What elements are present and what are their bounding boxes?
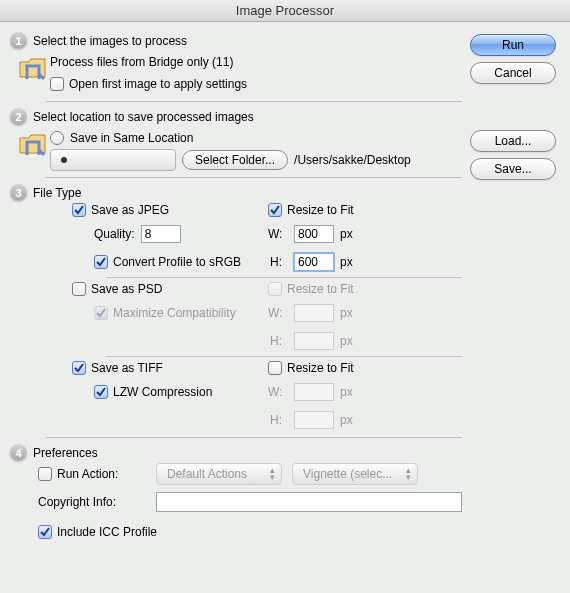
divider-1 — [46, 101, 462, 102]
copyright-label: Copyright Info: — [38, 495, 146, 509]
jpeg-w-input[interactable] — [294, 225, 334, 243]
include-icc-checkbox[interactable]: Include ICC Profile — [38, 525, 157, 539]
tiff-w-px: px — [340, 385, 353, 399]
run-button[interactable]: Run — [470, 34, 556, 56]
save-as-jpeg-label: Save as JPEG — [91, 203, 169, 217]
section-select-images: 1 Select the images to process Process f… — [10, 32, 462, 95]
psd-w-input — [294, 304, 334, 322]
psd-h-input — [294, 332, 334, 350]
divider-2 — [46, 177, 462, 178]
action-name-select: Vignette (selec... ▴▾ — [292, 463, 418, 485]
tiff-h-px: px — [340, 413, 353, 427]
maximize-compat-checkbox: Maximize Compatibility — [72, 306, 252, 320]
select-folder-button[interactable]: Select Folder... — [182, 150, 288, 170]
tiff-w-label: W: — [268, 385, 288, 399]
save-same-location-radio[interactable] — [50, 131, 64, 145]
save-folder-icon — [16, 127, 50, 161]
tiff-w-input — [294, 383, 334, 401]
bridge-files-line: Process files from Bridge only (11) — [50, 51, 462, 73]
jpeg-h-input[interactable] — [294, 253, 334, 271]
copyright-input[interactable] — [156, 492, 462, 512]
section-2-title: Select location to save processed images — [33, 110, 254, 124]
save-as-psd-label: Save as PSD — [91, 282, 162, 296]
psd-resize-label: Resize to Fit — [287, 282, 354, 296]
save-button[interactable]: Save... — [470, 158, 556, 180]
psd-h-label: H: — [268, 334, 288, 348]
lzw-compression-checkbox[interactable]: LZW Compression — [72, 385, 252, 399]
maximize-compat-label: Maximize Compatibility — [113, 306, 236, 320]
section-4-title: Preferences — [33, 446, 98, 460]
jpeg-quality-label: Quality: — [94, 227, 135, 241]
save-as-tiff-label: Save as TIFF — [91, 361, 163, 375]
load-button[interactable]: Load... — [470, 130, 556, 152]
section-3-title: File Type — [33, 186, 81, 200]
jpeg-resize-label: Resize to Fit — [287, 203, 354, 217]
jpeg-resize-checkbox[interactable]: Resize to Fit — [268, 203, 408, 217]
cancel-button[interactable]: Cancel — [470, 62, 556, 84]
jpeg-w-px: px — [340, 227, 353, 241]
run-action-checkbox[interactable]: Run Action: — [38, 467, 146, 481]
action-set-value: Default Actions — [167, 467, 247, 481]
right-button-column: Run Cancel Load... Save... — [470, 32, 556, 579]
open-first-image-checkbox[interactable]: Open first image to apply settings — [50, 77, 247, 91]
jpeg-quality-input[interactable] — [141, 225, 181, 243]
run-action-label: Run Action: — [57, 467, 118, 481]
bridge-files-label: Process files from Bridge only (11) — [50, 55, 233, 69]
psd-w-px: px — [340, 306, 353, 320]
window-title: Image Processor — [0, 0, 570, 22]
section-preferences: 4 Preferences Run Action: Default Action… — [10, 444, 462, 543]
updown-icon: ▴▾ — [406, 467, 411, 481]
selected-folder-path: /Users/sakke/Desktop — [294, 153, 411, 167]
open-first-image-label: Open first image to apply settings — [69, 77, 247, 91]
step-badge-2: 2 — [10, 108, 27, 125]
save-same-location-label: Save in Same Location — [70, 131, 193, 145]
divider-psd-tiff — [106, 356, 462, 357]
step-badge-1: 1 — [10, 32, 27, 49]
left-panel: 1 Select the images to process Process f… — [10, 32, 470, 579]
action-set-select: Default Actions ▴▾ — [156, 463, 282, 485]
psd-h-px: px — [340, 334, 353, 348]
updown-icon: ▴▾ — [270, 467, 275, 481]
step-badge-4: 4 — [10, 444, 27, 461]
tiff-resize-label: Resize to Fit — [287, 361, 354, 375]
jpeg-w-label: W: — [268, 227, 288, 241]
save-as-jpeg-checkbox[interactable]: Save as JPEG — [72, 203, 252, 217]
divider-3 — [46, 437, 462, 438]
select-folder-radio[interactable] — [50, 149, 176, 171]
action-name-value: Vignette (selec... — [303, 467, 392, 481]
include-icc-label: Include ICC Profile — [57, 525, 157, 539]
divider-jpeg-psd — [106, 277, 462, 278]
jpeg-h-label: H: — [268, 255, 288, 269]
convert-srgb-checkbox[interactable]: Convert Profile to sRGB — [72, 255, 252, 269]
convert-srgb-label: Convert Profile to sRGB — [113, 255, 241, 269]
dialog-body: 1 Select the images to process Process f… — [0, 22, 570, 593]
section-1-title: Select the images to process — [33, 34, 187, 48]
section-file-type: 3 File Type Save as JPEG Resize to Fit Q… — [10, 184, 462, 431]
bridge-folder-icon — [16, 51, 50, 85]
psd-resize-checkbox: Resize to Fit — [268, 282, 408, 296]
tiff-h-input — [294, 411, 334, 429]
section-save-location: 2 Select location to save processed imag… — [10, 108, 462, 171]
lzw-compression-label: LZW Compression — [113, 385, 212, 399]
tiff-resize-checkbox[interactable]: Resize to Fit — [268, 361, 408, 375]
save-as-psd-checkbox[interactable]: Save as PSD — [72, 282, 252, 296]
tiff-h-label: H: — [268, 413, 288, 427]
psd-w-label: W: — [268, 306, 288, 320]
jpeg-h-px: px — [340, 255, 353, 269]
step-badge-3: 3 — [10, 184, 27, 201]
save-as-tiff-checkbox[interactable]: Save as TIFF — [72, 361, 252, 375]
